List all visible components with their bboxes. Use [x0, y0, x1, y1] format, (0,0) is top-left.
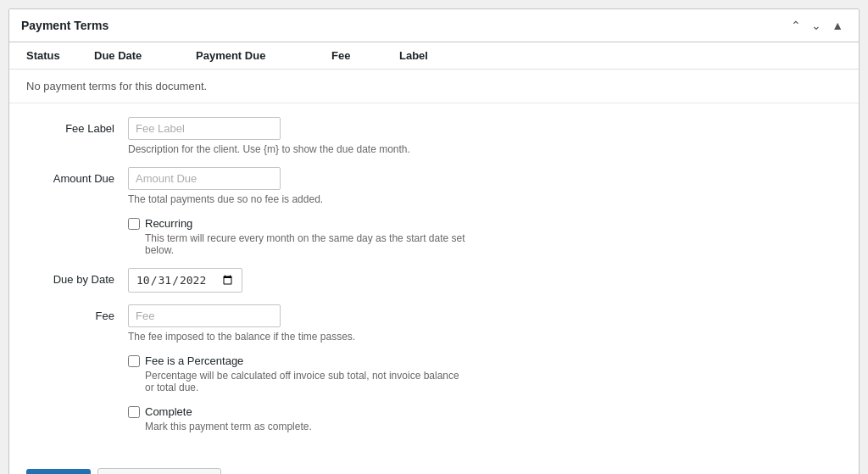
footer-section: Log Fee Create Default Fees	[9, 458, 859, 474]
complete-help: Mark this payment term as complete.	[128, 421, 312, 432]
fee-percentage-wrap: Fee is a Percentage Percentage will be c…	[128, 354, 467, 393]
recurring-wrap: Recurring This term will recure every mo…	[128, 217, 467, 256]
fee-help: The fee imposed to the balance if the ti…	[128, 331, 484, 343]
due-by-date-field-wrap	[128, 268, 842, 293]
widget-title: Payment Terms	[21, 19, 108, 32]
widget-controls: ⌃ ⌄ ▲	[787, 18, 847, 33]
recurring-checkbox[interactable]	[128, 218, 140, 230]
col-header-status: Status	[26, 49, 94, 62]
amount-due-label: Amount Due	[26, 167, 128, 185]
fee-label-label: Fee Label	[26, 117, 128, 135]
col-header-fee: Fee	[331, 49, 399, 62]
amount-due-row: Amount Due The total payments due so no …	[26, 167, 842, 205]
create-default-fees-button[interactable]: Create Default Fees	[97, 468, 221, 474]
fee-label-field: Fee	[26, 304, 128, 322]
fee-percentage-label-row: Fee is a Percentage	[128, 354, 467, 367]
complete-row: Complete Mark this payment term as compl…	[26, 405, 842, 432]
collapse-down-button[interactable]: ⌄	[808, 18, 825, 33]
widget-header: Payment Terms ⌃ ⌄ ▲	[9, 9, 859, 42]
complete-checkbox[interactable]	[128, 406, 140, 418]
due-by-date-label: Due by Date	[26, 268, 128, 286]
log-fee-button[interactable]: Log Fee	[26, 469, 91, 474]
toggle-button[interactable]: ▲	[828, 18, 847, 33]
amount-due-field-wrap: The total payments due so no fee is adde…	[128, 167, 842, 205]
fee-percentage-label: Fee is a Percentage	[145, 354, 243, 367]
fee-label-input[interactable]	[128, 117, 281, 140]
complete-label: Complete	[145, 405, 192, 418]
recurring-row: Recurring This term will recure every mo…	[26, 217, 842, 256]
recurring-label: Recurring	[145, 217, 192, 230]
fee-field-wrap: The fee imposed to the balance if the ti…	[128, 304, 842, 343]
fee-percentage-help: Percentage will be calculated off invoic…	[128, 370, 467, 393]
collapse-up-button[interactable]: ⌃	[787, 18, 804, 33]
fee-label-field-wrap: Description for the client. Use {m} to s…	[128, 117, 842, 155]
fee-percentage-checkbox[interactable]	[128, 355, 140, 367]
table-header: Status Due Date Payment Due Fee Label	[9, 42, 859, 70]
no-terms-message: No payment terms for this document.	[9, 70, 859, 103]
payment-terms-widget: Payment Terms ⌃ ⌄ ▲ Status Due Date Paym…	[8, 8, 860, 474]
complete-label-row: Complete	[128, 405, 312, 418]
fee-input[interactable]	[128, 304, 281, 327]
fee-label-help: Description for the client. Use {m} to s…	[128, 143, 484, 155]
fee-percentage-row: Fee is a Percentage Percentage will be c…	[26, 354, 842, 393]
fee-label-row: Fee Label Description for the client. Us…	[26, 117, 842, 155]
recurring-help: This term will recure every month on the…	[128, 232, 467, 256]
col-header-due-date: Due Date	[94, 49, 196, 62]
amount-due-help: The total payments due so no fee is adde…	[128, 193, 484, 205]
amount-due-input[interactable]	[128, 167, 281, 190]
fee-row: Fee The fee imposed to the balance if th…	[26, 304, 842, 343]
col-header-payment-due: Payment Due	[196, 49, 331, 62]
due-by-date-row: Due by Date	[26, 268, 842, 293]
due-by-date-input[interactable]	[128, 268, 242, 293]
col-header-label: Label	[399, 49, 842, 62]
recurring-label-row: Recurring	[128, 217, 467, 230]
complete-wrap: Complete Mark this payment term as compl…	[128, 405, 312, 432]
form-section: Fee Label Description for the client. Us…	[9, 103, 859, 458]
